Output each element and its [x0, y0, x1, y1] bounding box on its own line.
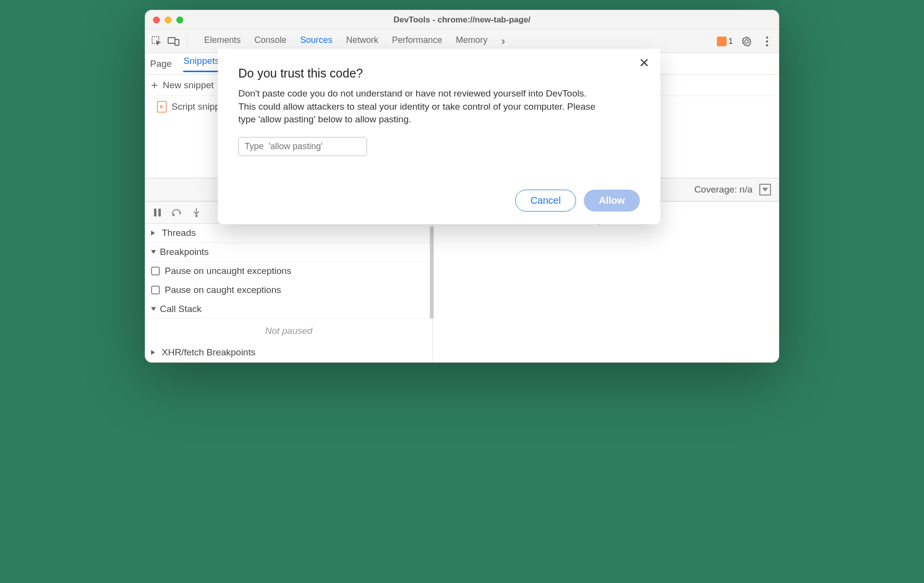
tab-performance[interactable]: Performance	[392, 35, 442, 48]
divider	[187, 35, 188, 48]
pause-caught-row[interactable]: Pause on caught exceptions	[145, 281, 432, 300]
step-into-icon[interactable]	[191, 207, 202, 218]
svg-rect-1	[168, 38, 175, 43]
tab-network[interactable]: Network	[346, 35, 378, 48]
svg-point-9	[195, 214, 198, 217]
window-title: DevTools - chrome://new-tab-page/	[145, 15, 779, 25]
step-over-icon[interactable]	[172, 207, 182, 218]
debugger-right-pane: Not paused	[433, 202, 779, 362]
tab-sources[interactable]: Sources	[300, 35, 332, 48]
svg-rect-2	[175, 39, 179, 45]
kebab-menu-icon[interactable]	[760, 35, 774, 48]
plus-icon: +	[151, 78, 158, 92]
svg-point-5	[766, 44, 768, 46]
tab-console[interactable]: Console	[254, 35, 287, 48]
dialog-body: Don't paste code you do not understand o…	[238, 87, 599, 126]
pause-icon[interactable]	[152, 207, 163, 218]
coverage-dropdown-icon[interactable]	[759, 184, 771, 195]
allow-button[interactable]: Allow	[584, 190, 640, 212]
section-breakpoints[interactable]: Breakpoints	[145, 243, 432, 262]
tab-memory[interactable]: Memory	[456, 35, 487, 48]
checkbox-icon[interactable]	[151, 286, 160, 294]
section-callstack[interactable]: Call Stack	[145, 300, 432, 319]
checkbox-label: Pause on uncaught exceptions	[165, 266, 291, 276]
section-label: Call Stack	[160, 304, 202, 314]
panel-tabs: Elements Console Sources Network Perform…	[204, 35, 502, 48]
titlebar: DevTools - chrome://new-tab-page/	[145, 10, 779, 30]
caret-down-icon	[151, 250, 156, 254]
caret-down-icon	[151, 307, 156, 311]
section-xhr[interactable]: XHR/fetch Breakpoints	[145, 343, 432, 362]
snippet-file-icon	[157, 101, 167, 113]
inspect-element-icon[interactable]	[150, 35, 164, 48]
warning-icon	[717, 37, 727, 46]
new-snippet-label: New snippet	[163, 80, 214, 91]
section-label: Threads	[162, 228, 196, 238]
svg-point-4	[766, 40, 768, 42]
section-threads[interactable]: Threads	[145, 224, 432, 243]
close-icon[interactable]: ✕	[639, 56, 650, 71]
tab-elements[interactable]: Elements	[204, 35, 241, 48]
svg-point-3	[766, 36, 768, 38]
allow-pasting-input[interactable]	[238, 137, 367, 156]
warning-count: 1	[729, 37, 733, 46]
warning-badge[interactable]: 1	[717, 37, 733, 46]
svg-point-8	[173, 214, 175, 216]
svg-rect-6	[154, 209, 156, 216]
section-label: XHR/fetch Breakpoints	[162, 347, 255, 358]
caret-right-icon	[151, 350, 158, 355]
cancel-button[interactable]: Cancel	[515, 190, 576, 212]
callstack-not-paused: Not paused	[145, 319, 432, 343]
caret-right-icon	[151, 231, 158, 235]
subtab-snippets[interactable]: Snippets	[183, 56, 219, 72]
pause-uncaught-row[interactable]: Pause on uncaught exceptions	[145, 262, 432, 281]
checkbox-label: Pause on caught exceptions	[165, 285, 281, 295]
checkbox-icon[interactable]	[151, 267, 160, 275]
settings-gear-icon[interactable]	[740, 35, 753, 48]
section-label: Breakpoints	[160, 247, 209, 257]
more-tabs-icon[interactable]: ››	[501, 35, 502, 48]
debugger-sidebar: Threads Breakpoints Pause on uncaught ex…	[145, 202, 433, 362]
subtab-page[interactable]: Page	[150, 58, 172, 69]
svg-rect-7	[158, 209, 161, 216]
scrollbar-thumb[interactable]	[430, 226, 434, 319]
trust-code-dialog: ✕ Do you trust this code? Don't paste co…	[218, 49, 660, 224]
device-toggle-icon[interactable]	[167, 35, 180, 48]
debugger-split: Threads Breakpoints Pause on uncaught ex…	[145, 201, 779, 362]
dialog-title: Do you trust this code?	[238, 66, 640, 80]
coverage-label: Coverage: n/a	[694, 184, 752, 195]
